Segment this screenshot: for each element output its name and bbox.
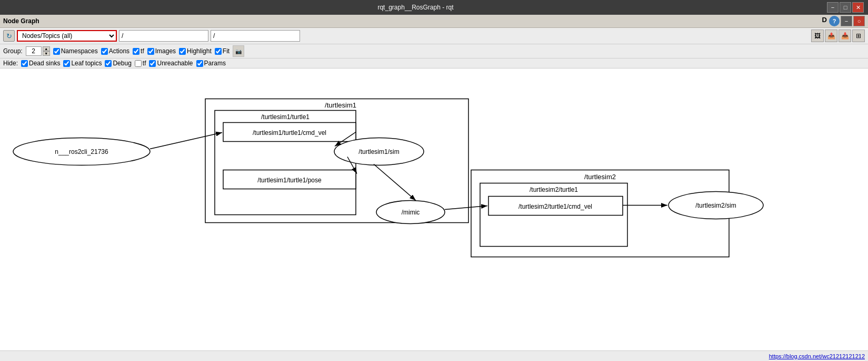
hide-tf-label[interactable]: tf [135,60,146,67]
highlight-checkbox[interactable] [179,48,186,55]
params-label[interactable]: Params [196,60,226,67]
highlight-label: Highlight [187,47,212,55]
tf-label: tf [141,47,144,55]
images-label: Images [155,47,176,55]
leaf-topics-label[interactable]: Leaf topics [63,60,102,67]
menu-bar: Node Graph D ? − ○ [0,15,868,28]
pose-label: /turtlesim1/turtle1/pose [257,177,322,184]
debug-text: Debug [113,60,131,67]
icon-button-2[interactable]: 📤 [825,30,837,42]
controls-row: Group: ▲ ▼ Namespaces Actions tf Images … [0,44,868,58]
status-bar: https://blog.csdn.net/wc21212121212 [0,350,868,361]
params-checkbox[interactable] [196,60,203,67]
highlight-checkbox-label[interactable]: Highlight [179,47,212,55]
hide-tf-checkbox[interactable] [135,60,142,67]
turtlesim2-label: /turtlesim2 [584,173,616,181]
turtle2-label: /turtlesim2/turtle1 [530,186,578,193]
panel-close-button[interactable]: ○ [853,16,865,26]
unreachable-checkbox[interactable] [149,60,156,67]
spin-up-button[interactable]: ▲ [43,46,50,51]
title-bar: rqt_graph__RosGraph - rqt − □ ✕ [0,0,868,15]
toolbar-icons-right: 🖼 📤 📥 ⊞ [811,30,865,42]
mimic-label: /mimic [402,209,420,216]
turtlesim2-sim-label: /turtlesim2/sim [695,202,736,209]
menu-bar-title: Node Graph [3,17,39,25]
window-top-right: D ? − ○ [822,16,865,26]
group-input[interactable] [26,46,42,56]
filter1-input[interactable] [119,30,208,42]
screenshot-button[interactable]: 📷 [233,45,244,57]
icon-button-3[interactable]: 📥 [839,30,851,42]
actions-checkbox[interactable] [101,48,108,55]
dead-sinks-label[interactable]: Dead sinks [21,60,60,67]
maximize-button[interactable]: □ [840,2,851,13]
view-mode-dropdown[interactable]: Nodes/Topics (all) Nodes only Nodes/Topi… [17,30,117,42]
namespaces-checkbox[interactable] [53,48,60,55]
ros2cli-label: n___ros2cli_21736 [55,148,108,155]
cmd-vel2-label: /turtlesim2/turtle1/cmd_vel [518,203,592,210]
spinner-buttons: ▲ ▼ [43,46,50,56]
canvas-area[interactable]: /turtlesim1 /turtlesim1/turtle1 /turtles… [0,69,868,350]
icon-button-4[interactable]: ⊞ [852,30,865,42]
filter2-input[interactable] [211,30,300,42]
toolbar-row: ↻ Nodes/Topics (all) Nodes only Nodes/To… [0,28,868,44]
help-button[interactable]: ? [829,16,840,26]
undock-button[interactable]: − [841,16,852,26]
images-checkbox[interactable] [147,48,154,55]
leaf-topics-text: Leaf topics [71,60,102,67]
namespaces-checkbox-label[interactable]: Namespaces [53,47,98,55]
hide-row: Hide: Dead sinks Leaf topics Debug tf Un… [0,58,868,69]
refresh-button[interactable]: ↻ [3,30,15,42]
actions-checkbox-label[interactable]: Actions [101,47,129,55]
dead-sinks-checkbox[interactable] [21,60,28,67]
group-label: Group: [3,47,23,55]
title-bar-controls: − □ ✕ [827,2,864,13]
namespaces-label: Namespaces [61,47,98,55]
title-bar-text: rqt_graph__RosGraph - rqt [4,4,827,11]
fit-checkbox[interactable] [215,48,222,55]
params-text: Params [204,60,226,67]
minimize-button[interactable]: − [827,2,839,13]
fit-checkbox-label[interactable]: Fit [215,47,230,55]
spin-down-button[interactable]: ▼ [43,51,50,56]
dead-sinks-text: Dead sinks [29,60,60,67]
main-window: Node Graph D ? − ○ ↻ Nodes/Topics (all) … [0,15,868,361]
d-label: D [822,16,827,26]
unreachable-text: Unreachable [157,60,193,67]
leaf-topics-checkbox[interactable] [63,60,70,67]
icon-button-1[interactable]: 🖼 [811,30,824,42]
hide-tf-text: tf [143,60,146,67]
actions-label: Actions [109,47,129,55]
debug-label[interactable]: Debug [105,60,131,67]
group-spinner: ▲ ▼ [26,46,50,56]
turtlesim1-label: /turtlesim1 [325,101,356,109]
status-link[interactable]: https://blog.csdn.net/wc21212121212 [769,353,865,359]
close-button[interactable]: ✕ [852,2,864,13]
unreachable-label[interactable]: Unreachable [149,60,193,67]
fit-label: Fit [223,47,230,55]
graph-svg: /turtlesim1 /turtlesim1/turtle1 /turtles… [0,69,868,350]
debug-checkbox[interactable] [105,60,112,67]
images-checkbox-label[interactable]: Images [147,47,176,55]
hide-label: Hide: [3,60,18,67]
tf-checkbox[interactable] [133,48,139,55]
turtle1-label: /turtlesim1/turtle1 [261,113,310,121]
cmd-vel-label: /turtlesim1/turtle1/cmd_vel [253,129,326,136]
tf-checkbox-label[interactable]: tf [133,47,144,55]
turtlesim1-sim-label: /turtlesim1/sim [358,148,399,155]
